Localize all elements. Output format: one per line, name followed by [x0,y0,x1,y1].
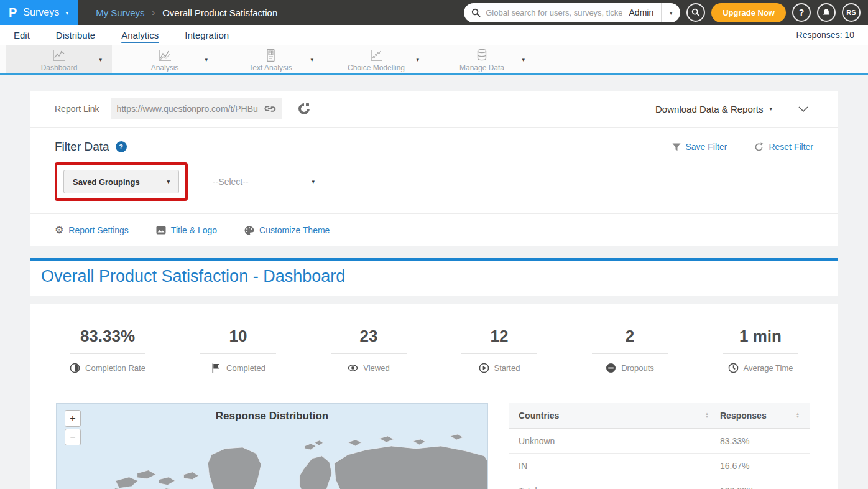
filter-actions: Save Filter Reset Filter [672,142,814,152]
stat-value: 83.33% [42,327,173,346]
notifications-button[interactable] [817,3,836,22]
customize-theme-button[interactable]: Customize Theme [244,225,330,235]
report-settings-button[interactable]: ⚙ Report Settings [55,225,129,235]
nav-item-distribute[interactable]: Distribute [56,30,95,40]
stat-label: Dropouts [621,363,654,373]
tab-analysis[interactable]: Analysis ▾ [112,45,218,73]
select-placeholder: --Select-- [213,177,249,187]
search-button[interactable] [686,3,705,22]
title-logo-label: Title & Logo [171,225,217,235]
tab-label: Text Analysis [218,63,323,72]
caret-down-icon: ▾ [312,179,315,185]
palette-icon [244,226,254,235]
sort-icon[interactable]: ▲ ▼ [796,412,800,419]
download-data-reports-dropdown[interactable]: Download Data & Reports ▾ [655,104,772,114]
download-label: Download Data & Reports [655,104,763,114]
countries-column-header: Countries [519,411,559,421]
caret-down-icon: ▾ [167,179,170,185]
report-settings-label: Report Settings [68,225,129,235]
report-link-label: Report Link [55,104,99,114]
search-icon [691,8,700,17]
nav-item-edit[interactable]: Edit [14,30,30,40]
stat-completed: 10 Completed [173,327,303,373]
stat-started: 12 Started [434,327,565,373]
sort-desc-icon: ▼ [705,416,709,419]
caret-down-icon[interactable]: ▾ [416,57,419,63]
world-map[interactable] [57,424,487,489]
caret-down-icon[interactable]: ▾ [310,57,313,63]
nav-item-integration[interactable]: Integration [185,30,229,40]
breadcrumb-my-surveys[interactable]: My Surveys [96,7,144,18]
stat-value: 2 [565,327,695,346]
scatter-chart-icon [323,49,429,63]
collapse-panel-button[interactable] [798,106,808,112]
product-menu[interactable]: P Surveys ▾ [0,0,78,25]
stat-label: Completed [226,363,265,373]
help-button[interactable]: ? [792,3,811,22]
stat-label: Average Time [744,363,793,373]
title-logo-button[interactable]: Title & Logo [156,225,217,235]
caret-down-icon[interactable]: ▾ [99,57,102,63]
response-distribution-map: + − Response Distribution [56,403,488,489]
tab-label: Analysis [112,63,218,72]
country-responses: 83.33% [720,436,800,446]
minus-circle-icon [606,363,616,373]
bell-icon [822,8,831,17]
sort-icon[interactable]: ▲ ▼ [705,412,709,419]
report-link-field [111,98,282,119]
divider [723,353,798,354]
search-icon [471,8,481,17]
nav-item-analytics[interactable]: Analytics [121,30,159,40]
country-name: IN [519,461,720,471]
report-toolbar-card: Report Link Download Data & Reports ▾ Fi… [30,91,838,246]
caret-down-icon[interactable]: ▾ [205,57,208,63]
product-menu-label: Surveys [23,7,59,18]
tab-label: Choice Modelling [323,63,429,72]
tab-text-analysis[interactable]: Text Analysis ▾ [218,45,323,73]
zoom-in-button[interactable]: + [65,410,81,427]
report-link-input[interactable] [117,104,264,114]
divider [331,353,407,354]
zoom-out-button[interactable]: − [65,429,81,445]
tab-choice-modelling[interactable]: Choice Modelling ▾ [323,45,429,73]
search-input[interactable] [486,8,621,17]
upgrade-now-button[interactable]: Upgrade Now [711,3,786,22]
tab-dashboard[interactable]: Dashboard ▾ [6,45,112,73]
map-title: Response Distribution [57,410,487,422]
image-icon [156,226,166,235]
filter-header: Filter Data ? Save Filter Reset Filter [55,140,813,154]
avatar[interactable]: RS [842,3,861,22]
topbar-actions: Admin ▾ Upgrade Now ? RS [464,3,868,22]
gear-icon: ⚙ [55,225,63,235]
page-title: Overall Product Satisfaction - Dashboard [41,267,838,286]
tab-manage-data[interactable]: Manage Data ▾ [429,45,535,73]
filter-help-icon[interactable]: ? [116,141,127,152]
divider [461,353,537,354]
reset-filter-button[interactable]: Reset Filter [754,142,813,152]
saved-groupings-select[interactable]: Saved Groupings ▾ [63,170,179,193]
customize-theme-label: Customize Theme [259,225,330,235]
report-options-row: ⚙ Report Settings Title & Logo Customize… [55,214,813,246]
caret-down-icon: ▾ [65,9,68,16]
refresh-icon [754,142,764,152]
link-icon[interactable] [264,105,276,113]
question-mark-icon: ? [799,7,805,17]
countries-table: Countries ▲ ▼ Responses ▲ ▼ [509,403,810,489]
saved-groupings-value: Saved Groupings [73,177,140,187]
tab-label: Dashboard [6,63,112,72]
table-row: IN 16.67% [509,454,810,478]
caret-down-icon[interactable]: ▾ [522,57,525,63]
survey-nav: Edit Distribute Analytics Integration Re… [0,25,868,45]
sort-desc-icon: ▼ [796,416,800,419]
stat-dropouts: 2 Dropouts [565,327,695,373]
dashboard-card: 83.33% Completion Rate 10 Completed 23 [30,304,838,489]
analysis-chart-icon [112,49,218,63]
questionpro-logo: P [9,6,17,20]
flag-icon [211,363,221,373]
save-filter-button[interactable]: Save Filter [672,142,727,152]
stat-label: Started [494,363,520,373]
caret-down-icon: ▾ [670,9,673,16]
grouping-value-select[interactable]: --Select-- ▾ [211,172,316,192]
search-scope-dropdown[interactable]: ▾ [662,9,680,16]
embed-report-button[interactable] [297,102,311,116]
